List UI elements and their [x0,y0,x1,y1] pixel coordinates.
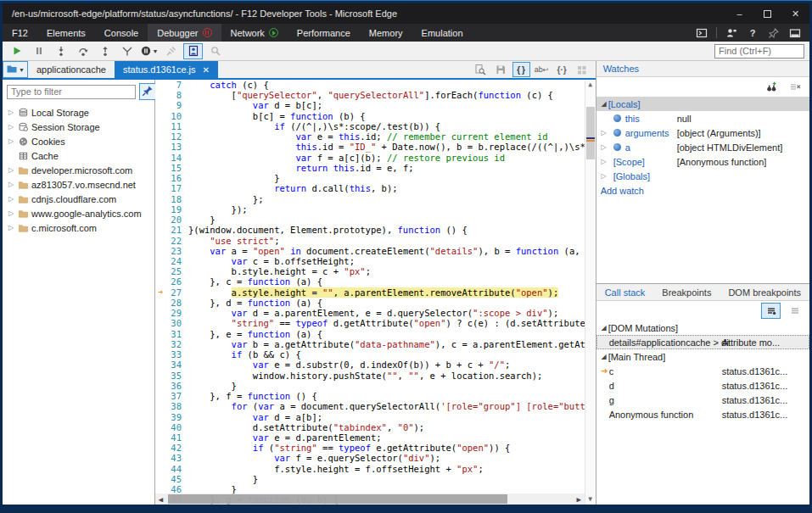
disconnect-debugger-button[interactable] [161,43,181,59]
code-line-44[interactable]: 44 f.style.height = f.offsetHeight + "px… [155,464,585,474]
watch-row-a[interactable]: ▷a[object HTMLDivElement] [596,140,809,154]
scroll-right-icon[interactable]: ▶ [574,493,585,505]
line-number[interactable]: 35 [165,371,188,381]
line-number[interactable]: 44 [165,464,188,474]
source-map-button[interactable]: {·} [553,62,571,77]
menu-tab-performance[interactable]: Performance [288,24,360,42]
callstack-frame[interactable]: dstatus.d1361c... [596,378,809,393]
line-number[interactable]: 8 [165,90,188,100]
code-line-10[interactable]: 10 b[c] = function (b) { [155,111,585,121]
line-number[interactable]: 38 [165,401,188,411]
vertical-scroll-thumb[interactable] [586,107,595,159]
line-number[interactable]: 32 [165,339,188,349]
code-line-7[interactable]: 7 catch (c) { [155,80,585,90]
callstack-frame[interactable]: details#applicationcache > div.w...Attri… [596,335,809,349]
line-number[interactable]: 36 [165,381,188,391]
code-line-34[interactable]: 34 var e = d.substr(0, d.indexOf(b)) + b… [155,360,585,370]
line-number[interactable]: 25 [165,266,188,276]
line-number[interactable]: 9 [165,100,188,110]
code-line-32[interactable]: 32 var b = a.getAttribute("data-pathname… [155,339,585,349]
watch-row--locals-[interactable]: ◢[Locals] [596,97,809,111]
save-icon[interactable] [492,62,510,77]
vertical-scrollbar[interactable]: ▲ ▼ [585,80,596,505]
code-line-42[interactable]: 42 if ("string" == typeof e.getAttribute… [155,443,585,453]
expander-icon[interactable]: ▷ [600,172,608,180]
expander-icon[interactable]: ▷ [7,123,15,131]
expander-icon[interactable]: ▷ [7,166,15,174]
expander-icon[interactable]: ▷ [600,129,608,137]
code-line-40[interactable]: 40 d.setAttribute("tabindex", "0"); [155,422,585,432]
watch-row-arguments[interactable]: ▷arguments[object (Arguments)] [596,125,809,140]
expander-icon[interactable]: ◢ [600,353,608,360]
expander-icon[interactable]: ▷ [600,158,608,165]
file-tab-status-d1361ce-js[interactable]: status.d1361ce.js✕ [115,61,218,78]
line-number[interactable]: 33 [165,349,188,360]
code-line-29[interactable]: 29 var d = a.parentElement, e = d.queryS… [155,308,585,318]
code-line-37[interactable]: 37 }, f = function () { [155,391,585,401]
line-number[interactable]: 7 [165,80,188,90]
line-number[interactable]: 42 [165,443,188,453]
code-editor[interactable]: 7 catch (c) {8 ["querySelector", "queryS… [155,80,596,505]
dock-icon[interactable] [788,26,802,40]
callstack-section-header[interactable]: ◢[DOM Mutations] [596,321,809,335]
code-line-17[interactable]: 17 return d.call(this, b); [155,183,585,193]
break-button[interactable] [29,43,48,59]
scroll-down-icon[interactable]: ▼ [585,494,596,505]
expander-icon[interactable]: ▷ [7,224,15,231]
tree-item-session-storage[interactable]: ▷Session Storage [3,120,154,134]
menu-tab-f12[interactable]: F12 [3,24,37,42]
line-number[interactable]: 14 [165,153,188,163]
code-line-36[interactable]: 36 } [155,381,585,391]
line-number[interactable]: 34 [165,360,188,370]
code-line-45[interactable]: 45 } [155,474,585,484]
code-line-9[interactable]: 9 var d = b[c]; [155,100,585,110]
line-number[interactable]: 41 [165,432,188,443]
horizontal-scroll-thumb[interactable] [168,494,507,504]
tree-item-cache[interactable]: Cache [3,148,154,163]
code-line-16[interactable]: 16 } [155,173,585,183]
find-input[interactable] [714,44,804,59]
file-tab-applicationcache[interactable]: applicationcache [28,61,115,78]
code-line-21[interactable]: 21}(window.document, Element.prototype),… [155,225,585,235]
expander-icon[interactable]: ◢ [600,100,608,108]
line-number[interactable]: 17 [165,183,188,193]
step-over-button[interactable] [73,43,92,59]
minimize-button[interactable]: – [725,3,753,24]
code-line-20[interactable]: 20 } [155,215,585,225]
code-line-13[interactable]: 13 this.id = "ID_" + Date.now(), b = b.r… [155,142,585,152]
code-line-33[interactable]: 33 if (b && c) { [155,349,585,360]
code-line-12[interactable]: 12 var e = this.id; // remember current … [155,131,585,142]
code-line-41[interactable]: 41 var e = d.parentElement; [155,432,585,443]
line-number[interactable]: 10 [165,111,188,121]
exception-control-button[interactable]: ▼ [139,43,159,59]
source-picker-button[interactable]: ▼ [3,61,28,78]
line-number[interactable]: 45 [165,474,188,484]
tree-item-cookies[interactable]: ▷Cookies [3,134,154,148]
line-number[interactable]: 19 [165,204,188,215]
tree-item-az813057-vo-msecnd-net[interactable]: ▷az813057.vo.msecnd.net [3,177,154,192]
code-line-30[interactable]: 30 "string" == typeof d.getAttribute("op… [155,318,585,328]
code-line-28[interactable]: 28 }, d = function (a) { [155,298,585,308]
line-number[interactable]: 20 [165,215,188,225]
menu-tab-network[interactable]: Network [221,24,288,42]
expander-icon[interactable]: ▷ [7,209,15,217]
maximize-button[interactable] [753,3,781,24]
expander-icon[interactable]: ▷ [7,137,15,145]
tree-item-c-microsoft-com[interactable]: ▷c.microsoft.com [3,220,154,235]
line-number[interactable]: 28 [165,298,188,308]
expander-icon[interactable]: ▷ [600,143,608,151]
pin-filter-button[interactable] [139,83,156,100]
code-line-22[interactable]: 22 "use strict"; [155,236,585,246]
break-on-new-worker-button[interactable] [117,43,137,59]
line-number[interactable]: 16 [165,173,188,183]
tab-dom-breakpoints[interactable]: DOM breakpoints [720,284,809,300]
line-number[interactable]: 27 [165,287,188,298]
watch-row-this[interactable]: thisnull [596,111,809,125]
step-out-button[interactable] [95,43,115,59]
scroll-left-icon[interactable]: ◀ [155,493,166,505]
line-number[interactable]: 26 [165,276,188,287]
line-number[interactable]: 29 [165,308,188,318]
line-number[interactable]: 13 [165,142,188,152]
word-wrap-button[interactable]: ab↩ [533,62,551,77]
add-watch-icon[interactable] [761,79,781,95]
